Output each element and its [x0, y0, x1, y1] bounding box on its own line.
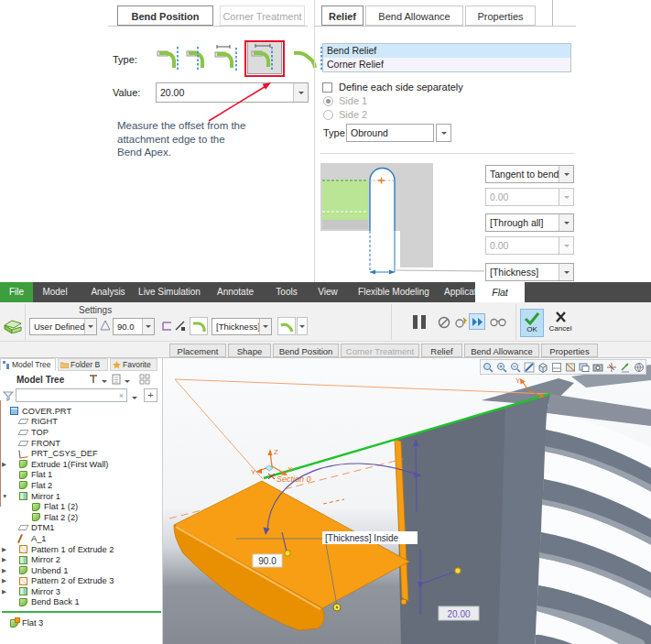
tab-model-tree[interactable]: Model Tree [0, 358, 56, 371]
menu-live-simulation[interactable]: Live Simulation [138, 282, 201, 302]
tree-settings-dropdown-icon[interactable] [102, 380, 107, 386]
bend-type-combobox[interactable]: User Defined [29, 318, 97, 335]
pause-icon[interactable] [413, 315, 426, 329]
menu-analysis[interactable]: Analysis [91, 282, 125, 302]
expander-icon[interactable] [2, 493, 10, 499]
add-filter-button[interactable]: + [144, 388, 157, 402]
bend-relief-dropdown[interactable] [297, 317, 308, 335]
drag-handle[interactable] [455, 568, 461, 573]
bend-dimension-dropdown-icon[interactable] [259, 319, 271, 334]
tree-item[interactable]: COVER.PRT [0, 406, 163, 417]
tree-item[interactable]: A_1 [0, 533, 163, 544]
tab-placement[interactable]: Placement [169, 344, 226, 357]
sketch-line[interactable] [175, 379, 550, 394]
expander-icon[interactable] [2, 546, 10, 553]
saved-views-icon[interactable] [578, 361, 591, 374]
tree-item[interactable]: Unbend 1 [0, 565, 163, 576]
bend-to-edge-icon[interactable] [156, 42, 183, 75]
bend-dim-icon[interactable] [214, 42, 242, 75]
insert-here-indicator[interactable] [2, 611, 161, 613]
tab-properties[interactable]: Properties [541, 344, 598, 357]
tab-shape[interactable]: Shape [228, 344, 271, 357]
tree-item[interactable]: Pattern 1 of Extrude 2 [0, 544, 163, 555]
bend-angle-dropdown-icon[interactable] [142, 319, 154, 334]
section-view-icon[interactable] [564, 361, 577, 374]
display-style-icon[interactable] [550, 361, 563, 374]
cancel-button[interactable]: Cancel [546, 309, 575, 337]
tree-item[interactable]: Flat 2 (2) [0, 512, 163, 523]
tree-item[interactable]: Mirror 1 [0, 491, 163, 502]
ok-button[interactable]: OK [520, 309, 544, 337]
tree-item[interactable]: Mirror 2 [0, 554, 163, 565]
filter-icon[interactable] [3, 390, 14, 403]
tree-item[interactable]: Flat 1 (2) [0, 501, 163, 512]
expander-icon[interactable] [2, 461, 10, 468]
menu-annotate[interactable]: Annotate [217, 282, 254, 302]
relief-depth1-combobox[interactable]: Tangent to bend [485, 165, 574, 183]
tree-item-pending[interactable]: Flat 3 [0, 617, 163, 629]
attached-preview-icon[interactable] [469, 313, 485, 330]
expander-icon[interactable] [2, 556, 10, 563]
drag-handle[interactable] [285, 551, 290, 556]
tree-item[interactable]: RIGHT [0, 417, 163, 428]
bend-inside-icon[interactable] [185, 42, 212, 75]
tab-folder-browser[interactable]: Folder B [58, 358, 108, 371]
sketch-line[interactable] [175, 379, 263, 479]
annotation-display-icon[interactable] [619, 361, 632, 374]
shaded-view-icon[interactable] [537, 361, 549, 374]
flip-bend-side-icon[interactable] [174, 320, 186, 333]
zoom-in-icon[interactable] [495, 361, 508, 374]
zoom-out-icon[interactable] [509, 361, 522, 374]
tree-item[interactable]: Pattern 2 of Extrude 3 [0, 576, 163, 587]
clear-search-icon[interactable]: × [116, 391, 126, 400]
bend-dimension-combobox[interactable]: [Thickness] [212, 318, 272, 335]
tree-expand-icon[interactable] [139, 374, 150, 387]
tree-item[interactable]: DTM1 [0, 523, 163, 534]
no-preview-icon[interactable] [438, 316, 450, 331]
tree-item[interactable]: Bend Back 1 [0, 597, 163, 608]
menu-flexible-modeling[interactable]: Flexible Modeling [358, 282, 429, 302]
tab-bend-position[interactable]: Bend Position [117, 5, 213, 26]
menu-tools[interactable]: Tools [276, 282, 297, 302]
zoom-region-icon[interactable] [482, 361, 494, 374]
sheetmetal-flat-icon[interactable] [3, 312, 24, 335]
tab-flat-active[interactable]: Flat [475, 282, 525, 302]
tree-display-icon[interactable] [112, 374, 122, 387]
expander-icon[interactable] [2, 577, 10, 584]
tree-settings-icon[interactable] [88, 374, 99, 387]
datum-display-icon[interactable] [605, 361, 618, 374]
expander-icon[interactable] [2, 588, 10, 595]
bend-type-dropdown-icon[interactable] [84, 319, 96, 334]
tab-favorites[interactable]: Favorite [110, 358, 157, 371]
offset-dimension-label[interactable]: 20.00 [439, 606, 479, 620]
graphics-area[interactable]: Z Y X Section 0 Y [163, 358, 651, 644]
bend-dimension-side-button[interactable] [190, 317, 208, 335]
relief-width-combobox[interactable]: [Thickness] [485, 263, 574, 281]
search-dropdown-icon[interactable] [132, 397, 137, 402]
glasses-icon[interactable] [490, 317, 506, 330]
tree-item[interactable]: Extrude 1(First Wall) [0, 459, 163, 470]
depth2-dropdown-icon[interactable] [559, 214, 573, 231]
tab-bend-allowance[interactable]: Bend Allowance [464, 344, 539, 357]
dynamic-preview-icon[interactable] [454, 316, 468, 331]
view-manager-icon[interactable] [633, 361, 646, 374]
tree-item[interactable]: FRONT [0, 438, 163, 449]
relief-depth2-combobox[interactable]: [Through all] [485, 213, 574, 232]
angle-dimension-label[interactable]: 90.0 [253, 554, 282, 567]
tree-item[interactable]: Mirror 3 [0, 586, 163, 597]
menu-view[interactable]: View [318, 282, 338, 302]
tab-bend-position[interactable]: Bend Position [273, 344, 339, 357]
width-dropdown-icon[interactable] [559, 264, 573, 280]
tree-item[interactable]: TOP [0, 427, 163, 438]
tree-search-input[interactable]: × [16, 388, 127, 402]
bend-relief-side-button[interactable] [277, 317, 296, 335]
menu-model[interactable]: Model [42, 282, 67, 302]
bend-angle-combobox[interactable]: 90.0 [113, 318, 155, 335]
thickness-annotation-label[interactable]: [Thickness] Inside [322, 531, 418, 544]
repaint-icon[interactable] [523, 361, 536, 374]
menu-file[interactable]: File [0, 282, 33, 302]
capture-icon[interactable] [591, 361, 604, 374]
tree-item[interactable]: Flat 1 [0, 470, 163, 481]
depth1-dropdown-icon[interactable] [559, 166, 573, 182]
expander-icon[interactable] [2, 567, 10, 574]
